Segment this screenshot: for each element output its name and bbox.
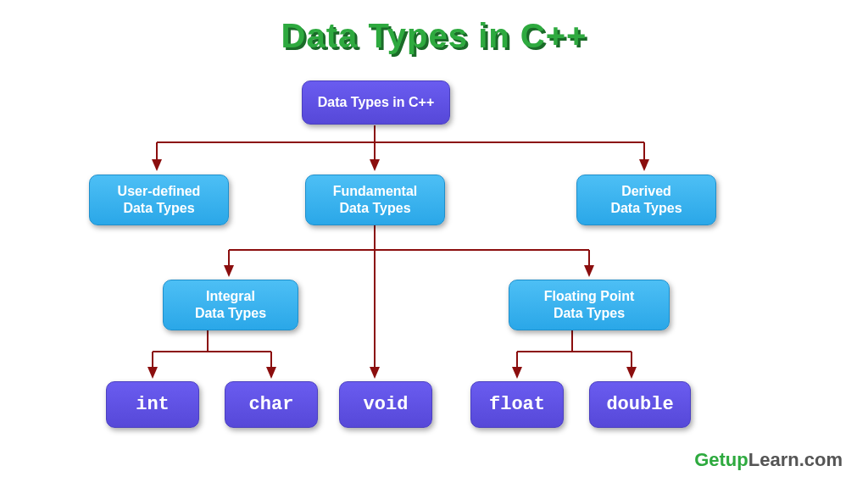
node-derived: Derived Data Types: [576, 175, 716, 225]
node-integral-line2: Data Types: [195, 305, 266, 322]
node-double-label: double: [606, 393, 673, 417]
node-double: double: [589, 381, 691, 428]
site-logo: GetupLearn.com: [694, 449, 843, 471]
node-float: float: [470, 381, 564, 428]
node-int: int: [106, 381, 199, 428]
node-char-label: char: [249, 393, 294, 417]
node-integral-line1: Integral: [206, 288, 255, 305]
node-void: void: [339, 381, 432, 428]
node-user-defined-line2: Data Types: [123, 200, 194, 217]
node-root: Data Types in C++: [302, 80, 450, 125]
logo-rest: Learn.com: [748, 449, 843, 470]
node-void-label: void: [364, 393, 409, 417]
diagram-title: Data Types in C++: [281, 17, 587, 55]
node-fundamental-line2: Data Types: [339, 200, 410, 217]
node-user-defined: User-defined Data Types: [89, 175, 229, 225]
logo-highlight: Getup: [694, 449, 748, 470]
node-char: char: [225, 381, 318, 428]
node-floating-line1: Floating Point: [544, 288, 635, 305]
node-float-label: float: [489, 393, 545, 417]
node-fundamental-line1: Fundamental: [333, 183, 418, 200]
node-integral: Integral Data Types: [163, 280, 298, 330]
node-floating-line2: Data Types: [554, 305, 625, 322]
node-int-label: int: [136, 393, 170, 417]
node-derived-line2: Data Types: [610, 200, 682, 217]
node-root-label: Data Types in C++: [318, 94, 435, 111]
node-fundamental: Fundamental Data Types: [305, 175, 445, 225]
node-floating: Floating Point Data Types: [509, 280, 670, 330]
node-user-defined-line1: User-defined: [118, 183, 201, 200]
node-derived-line1: Derived: [621, 183, 671, 200]
